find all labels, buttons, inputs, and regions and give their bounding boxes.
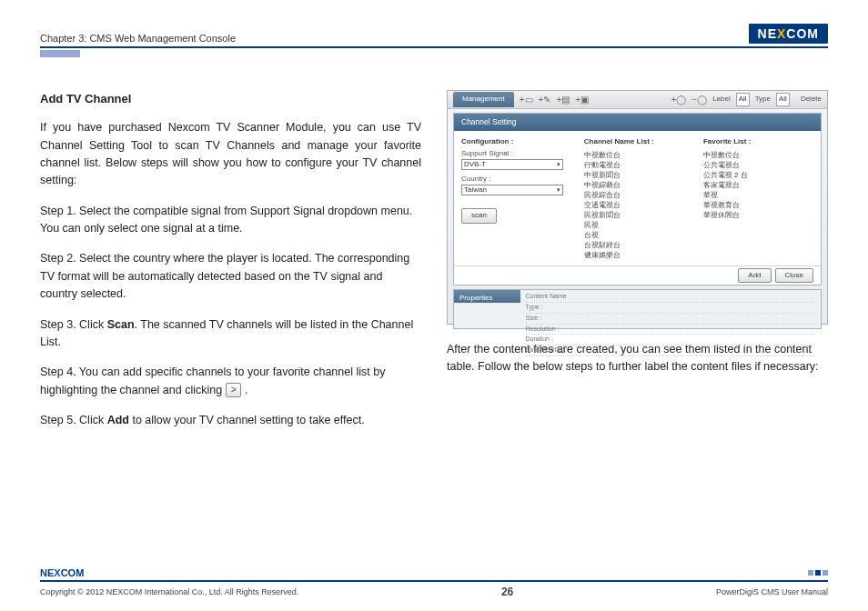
header-rule [40,46,828,48]
country-dropdown[interactable]: Taiwan [461,185,563,195]
step-4: Step 4. You can add specific channels to… [40,364,421,399]
channel-name-list-heading: Channel Name List : [584,136,694,147]
list-item[interactable]: 民視 [584,220,694,230]
list-item[interactable]: 交通電視台 [584,200,694,210]
brand-x: X [777,26,786,41]
list-item[interactable]: 客家電視台 [703,180,813,190]
step-5-bold: Add [107,414,129,426]
page-number: 26 [501,586,513,598]
list-item[interactable]: 行動電視台 [584,160,694,170]
country-label: Country : [461,174,575,185]
management-tab[interactable]: Management [453,92,514,106]
type-dropdown[interactable]: All [776,93,790,105]
step-4-a: Step 4. You can add specific channels to… [40,366,385,396]
add-grid-icon[interactable]: +▣ [575,93,589,107]
prop-row: Content Name [526,292,815,303]
list-item[interactable]: 公共電視 2 台 [703,170,813,180]
chapter-title: Chapter 3: CMS Web Management Console [40,33,236,44]
label-dropdown[interactable]: All [736,93,750,105]
header-tab-decor [40,50,80,57]
list-item[interactable]: 華視休閒台 [703,210,813,220]
step-5-a: Step 5. Click [40,414,107,426]
zoom-in-icon[interactable]: +◯ [671,93,686,107]
zoom-out-icon[interactable]: −◯ [691,93,707,107]
step-3: Step 3. Click Scan. The scanned TV chann… [40,316,421,352]
prop-row: Size : [526,314,815,325]
brand-post: COM [786,26,819,41]
step-4-b: . [245,384,247,396]
footer-brand: NEXCOM [40,567,84,578]
add-list-icon[interactable]: +▤ [556,93,570,107]
support-signal-label: Support Signal : [461,148,575,159]
list-item[interactable]: 台視 [584,230,694,240]
list-item[interactable]: 民視新聞台 [584,210,694,220]
close-button[interactable]: Close [775,268,813,283]
list-item[interactable]: 健康娛樂台 [584,250,694,260]
step-5: Step 5. Click Add to allow your TV chann… [40,412,421,429]
footer-squares-icon [808,570,828,576]
prop-row: Type : [526,303,815,314]
list-item[interactable]: 中視數位台 [703,150,813,160]
type-label: Type [755,94,771,105]
prop-row: Date Modified : [526,346,815,356]
list-item[interactable]: 台視財經台 [584,240,694,250]
favorite-list-heading: Favorite List : [703,136,813,147]
panel-title: Channel Setting [454,114,821,131]
list-item[interactable]: 公共電視台 [703,160,813,170]
intro-paragraph: If you have purchased Nexcom TV Scanner … [40,119,421,190]
support-signal-value: DVB-T [464,159,486,170]
brand-pre: NE [758,26,777,41]
copyright: Copyright © 2012 NEXCOM International Co… [40,587,298,596]
properties-heading: Properties [454,290,520,303]
delete-button[interactable]: Delete [801,94,822,105]
support-signal-dropdown[interactable]: DVB-T [461,159,563,170]
step-1: Step 1. Select the compatible signal fro… [40,203,421,238]
add-folder-icon[interactable]: +▭ [520,93,533,107]
prop-row: Resolution : [526,325,815,336]
list-item[interactable]: 民視綜合台 [584,190,694,200]
country-value: Taiwan [464,185,487,195]
label-label: Label [712,94,731,105]
scan-button[interactable]: scan [461,208,497,223]
add-edit-icon[interactable]: +✎ [539,93,551,107]
section-heading: Add TV Channel [40,90,421,108]
footer-rule [40,580,828,582]
list-item[interactable]: 中視新聞台 [584,170,694,180]
list-item[interactable]: 中視綜藝台 [584,180,694,190]
prop-row: Duration : [526,335,815,346]
step-2: Step 2. Select the country where the pla… [40,250,421,303]
add-button[interactable]: Add [738,268,771,283]
list-item[interactable]: 中視數位台 [584,150,694,160]
move-right-icon: > [226,383,242,397]
step-3-bold: Scan [107,318,135,331]
screenshot-channel-setting: Management +▭ +✎ +▤ +▣ +◯ −◯ Label All T… [447,90,828,325]
list-item[interactable]: 華視 [703,190,813,200]
manual-title: PowerDigiS CMS User Manual [716,587,828,596]
brand-logo: NEXCOM [749,24,828,44]
list-item[interactable]: 華視教育台 [703,200,813,210]
step-3-a: Step 3. Click [40,318,107,331]
step-5-b: to allow your TV channel setting to take… [129,414,365,426]
configuration-heading: Configuration : [461,136,575,147]
